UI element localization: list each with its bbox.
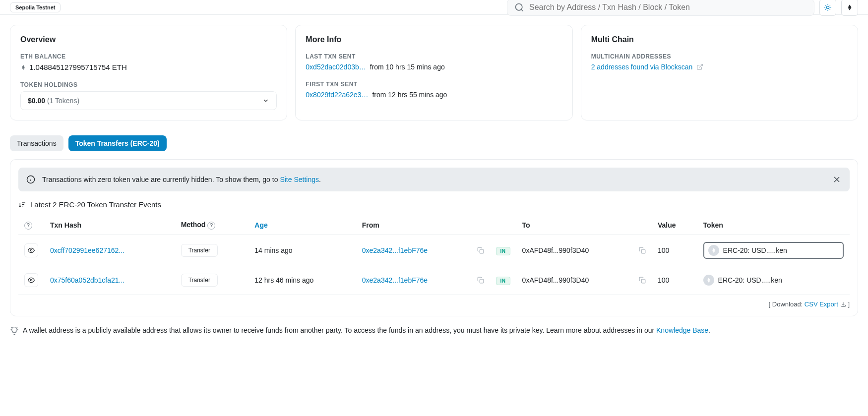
svg-line-9 (825, 9, 826, 9)
age-cell: 12 hrs 46 mins ago (248, 266, 356, 294)
info-icon (26, 175, 35, 184)
site-settings-link[interactable]: Site Settings (280, 176, 319, 183)
from-address-link[interactable]: 0xe2a342...f1ebF76e (362, 276, 428, 284)
age-cell: 14 mins ago (248, 235, 356, 266)
svg-line-5 (825, 5, 826, 5)
svg-line-30 (11, 327, 12, 328)
last-txn-hash-link[interactable]: 0xd52dac02d03b… (306, 63, 366, 71)
first-txn-hash-link[interactable]: 0x8029fd22a62e3… (306, 91, 368, 99)
copy-icon[interactable] (639, 247, 646, 254)
download-icon (840, 301, 846, 307)
txn-hash-link[interactable]: 0x75f60a052db1cfa21... (50, 276, 124, 284)
multichain-link[interactable]: 2 addresses found via Blockscan (591, 63, 848, 71)
search-input[interactable] (529, 3, 807, 12)
more-info-card: More Info LAST TXN SENT 0xd52dac02d03b… … (295, 25, 572, 120)
svg-rect-26 (641, 279, 645, 283)
svg-rect-22 (480, 249, 484, 253)
view-details-button[interactable] (24, 273, 38, 287)
token-holdings-label: TOKEN HOLDINGS (20, 81, 277, 88)
multichain-title: Multi Chain (591, 35, 848, 44)
token-name: ERC-20: USD.....ken (718, 276, 782, 284)
svg-point-21 (30, 249, 32, 251)
from-address-link[interactable]: 0xe2a342...f1ebF76e (362, 246, 428, 254)
svg-line-6 (830, 9, 830, 9)
table-row: 0x75f60a052db1cfa21...Transfer12 hrs 46 … (18, 266, 850, 294)
csv-export-link[interactable]: CSV Export (805, 300, 838, 308)
info-banner: Transactions with zero token value are c… (18, 168, 850, 191)
method-badge: Transfer (181, 244, 218, 257)
sun-icon (824, 3, 832, 11)
token-cell[interactable]: ERC-20: USD.....ken (703, 275, 844, 286)
table-row: 0xcff702991ee627162...Transfer14 mins ag… (18, 235, 850, 266)
last-txn-label: LAST TXN SENT (306, 53, 562, 60)
multichain-label: MULTICHAIN ADDRESSES (591, 53, 848, 60)
token-holdings-value: $0.00 (28, 97, 45, 105)
svg-rect-23 (641, 249, 645, 253)
overview-title: Overview (20, 35, 277, 44)
token-cell[interactable]: ERC-20: USD.....ken (703, 242, 844, 259)
token-holdings-count: (1 Tokens) (47, 97, 79, 105)
overview-card: Overview ETH BALANCE 1.04884512799571575… (10, 25, 287, 120)
close-icon[interactable] (832, 175, 842, 184)
footer-note: A wallet address is a publicly available… (10, 326, 858, 335)
svg-point-24 (30, 279, 32, 281)
col-token: Token (697, 216, 850, 235)
col-age[interactable]: Age (248, 216, 356, 235)
theme-toggle-button[interactable] (819, 0, 836, 16)
svg-rect-25 (480, 279, 484, 283)
col-method: Method ? (175, 216, 249, 235)
chevron-down-icon (262, 97, 269, 104)
token-icon (703, 275, 714, 286)
token-holdings-dropdown[interactable]: $0.00 (1 Tokens) (20, 91, 277, 110)
view-details-button[interactable] (24, 243, 38, 257)
value-cell: 100 (652, 235, 697, 266)
col-from: From (356, 216, 490, 235)
col-value: Value (652, 216, 697, 235)
token-icon (708, 245, 719, 256)
svg-line-10 (830, 5, 830, 5)
value-cell: 100 (652, 266, 697, 294)
sort-icon[interactable] (18, 201, 26, 209)
help-icon[interactable]: ? (207, 222, 215, 230)
tab-token-transfers[interactable]: Token Transfers (ERC-20) (68, 135, 167, 151)
search-container[interactable] (507, 0, 814, 16)
col-to: To (516, 216, 652, 235)
token-name: ERC-20: USD.....ken (723, 246, 787, 254)
svg-line-1 (521, 9, 523, 11)
ethereum-menu-button[interactable] (841, 0, 858, 16)
first-txn-time: from 12 hrs 55 mins ago (372, 91, 447, 99)
download-row: [ Download: CSV Export ] (18, 300, 850, 308)
copy-icon[interactable] (477, 277, 484, 284)
svg-point-0 (516, 3, 522, 10)
knowledge-base-link[interactable]: Knowledge Base (656, 326, 708, 334)
to-address: 0xAFD48f...990f3D40 (522, 276, 589, 284)
tab-transactions[interactable]: Transactions (10, 135, 63, 151)
svg-line-31 (17, 327, 17, 328)
info-banner-text: Transactions with zero token value are c… (42, 176, 321, 183)
svg-line-11 (699, 64, 702, 67)
network-badge[interactable]: Sepolia Testnet (10, 2, 61, 12)
multichain-card: Multi Chain MULTICHAIN ADDRESSES 2 addre… (581, 25, 858, 120)
copy-icon[interactable] (477, 247, 484, 254)
txn-hash-link[interactable]: 0xcff702991ee627162... (50, 246, 124, 254)
copy-icon[interactable] (639, 277, 646, 284)
events-header-text: Latest 2 ERC-20 Token Transfer Events (30, 200, 161, 209)
help-icon[interactable]: ? (24, 222, 32, 230)
lightbulb-icon (10, 326, 19, 335)
more-info-title: More Info (306, 35, 562, 44)
direction-badge: IN (496, 277, 510, 285)
svg-point-2 (826, 6, 829, 8)
col-txn-hash: Txn Hash (44, 216, 175, 235)
search-icon (514, 2, 524, 12)
external-link-icon (696, 63, 703, 70)
first-txn-label: FIRST TXN SENT (306, 81, 562, 88)
eth-balance-label: ETH BALANCE (20, 53, 277, 60)
direction-badge: IN (496, 247, 510, 255)
content-card: Transactions with zero token value are c… (10, 159, 858, 316)
last-txn-time: from 10 hrs 15 mins ago (370, 63, 445, 71)
ethereum-icon (20, 63, 26, 71)
top-bar: Sepolia Testnet (0, 0, 868, 15)
method-badge: Transfer (181, 274, 218, 287)
tabs: Transactions Token Transfers (ERC-20) (10, 135, 858, 151)
transfers-table: ? Txn Hash Method ? Age From To Value To… (18, 216, 850, 295)
